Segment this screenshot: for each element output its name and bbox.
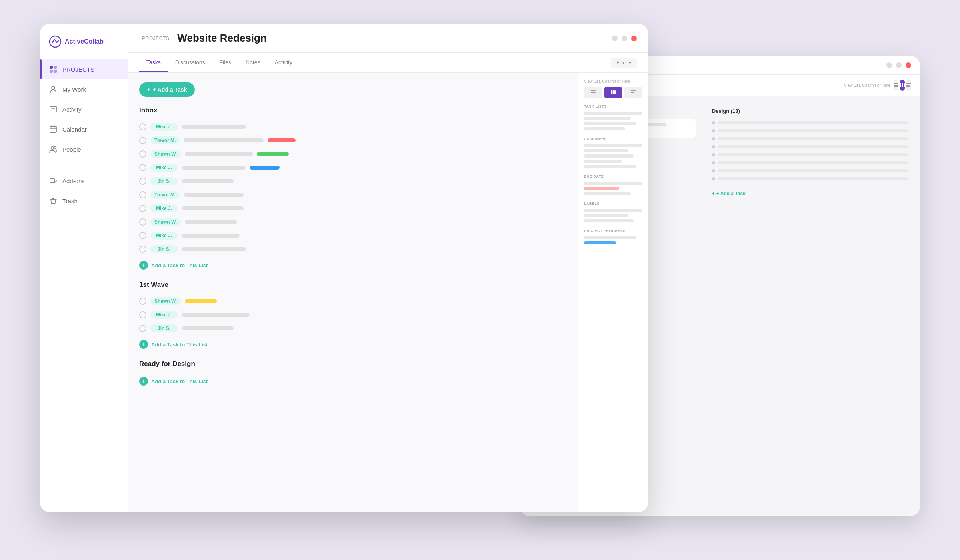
list-view-btn[interactable] xyxy=(894,80,898,91)
column-view-btn[interactable] xyxy=(604,87,622,98)
table-row: Jin S. xyxy=(139,242,567,256)
activity-icon xyxy=(49,105,58,114)
plus-circle-icon: + xyxy=(139,261,148,270)
kanban-list-bar xyxy=(718,153,908,156)
add-to-ready-btn[interactable]: + Add a Task to This List xyxy=(139,374,567,389)
sidebar-item-activity[interactable]: Activity xyxy=(40,99,128,119)
task-checkbox[interactable] xyxy=(139,232,146,239)
tab-tasks[interactable]: Tasks xyxy=(139,53,168,72)
filter-bar xyxy=(584,112,642,115)
table-row: Shawn W. xyxy=(139,294,567,308)
kanban-list-bar xyxy=(718,169,908,172)
tab-files[interactable]: Files xyxy=(212,53,239,72)
svg-point-30 xyxy=(54,147,56,149)
filter-bar xyxy=(584,127,625,130)
progress-dot xyxy=(712,145,715,148)
svg-rect-6 xyxy=(906,83,911,84)
view-label: View List, Column or Time xyxy=(584,79,642,84)
task-assignee: Shawn W. xyxy=(150,150,181,158)
kanban-list-bar xyxy=(718,121,908,124)
svg-rect-27 xyxy=(50,106,56,112)
tabs-bar: Tasks Discussions Files Notes Activity xyxy=(128,53,648,73)
sidebar-item-calendar[interactable]: Calendar xyxy=(40,119,128,139)
tab-notes[interactable]: Notes xyxy=(238,53,268,72)
add-task-kanban-2[interactable]: + + Add a Task xyxy=(712,191,908,196)
time-view-btn[interactable] xyxy=(624,87,642,98)
kanban-col-title-2: Design (18) xyxy=(712,108,908,114)
table-row: Mike J. xyxy=(139,120,567,134)
kanban-list-bar xyxy=(718,145,908,148)
plus-icon-main: + xyxy=(147,86,150,93)
win-btn-red[interactable] xyxy=(631,36,637,41)
task-checkbox[interactable] xyxy=(139,178,146,185)
task-checkbox[interactable] xyxy=(139,205,146,212)
task-tag-green xyxy=(257,152,289,156)
filter-bar xyxy=(584,165,636,168)
task-checkbox[interactable] xyxy=(139,298,146,305)
sidebar-item-trash[interactable]: Trash xyxy=(40,191,128,211)
view-buttons xyxy=(584,87,642,98)
first-wave-title: 1st Wave xyxy=(139,281,567,289)
tab-activity[interactable]: Activity xyxy=(268,53,300,72)
task-checkbox[interactable] xyxy=(139,191,146,198)
add-to-wave-btn[interactable]: + Add a Task to This List xyxy=(139,337,567,352)
trash-icon xyxy=(49,196,58,205)
svg-rect-32 xyxy=(591,90,596,91)
task-checkbox[interactable] xyxy=(139,164,146,171)
task-checkbox[interactable] xyxy=(139,246,146,253)
tab-discussions[interactable]: Discussions xyxy=(168,53,212,72)
first-wave-section: 1st Wave Shawn W. Mike J. xyxy=(139,281,567,352)
list-row xyxy=(712,159,908,167)
table-row: Trevor M. xyxy=(139,188,567,202)
task-bar xyxy=(182,247,246,251)
svg-rect-39 xyxy=(631,92,634,93)
logo-text: ActiveCollab xyxy=(65,38,104,45)
task-checkbox[interactable] xyxy=(139,311,146,318)
sidebar-label-activity: Activity xyxy=(62,106,82,113)
task-checkbox[interactable] xyxy=(139,150,146,158)
win-btn-2[interactable] xyxy=(622,36,627,41)
svg-rect-0 xyxy=(894,83,898,84)
sidebar-item-addons[interactable]: Add-ons xyxy=(40,171,128,191)
table-row: Mike J. xyxy=(139,229,567,242)
task-checkbox[interactable] xyxy=(139,137,146,144)
task-checkbox[interactable] xyxy=(139,123,146,130)
add-to-ready-label: Add a Task to This List xyxy=(151,378,208,384)
svg-point-26 xyxy=(52,86,55,90)
task-checkbox[interactable] xyxy=(139,218,146,226)
filter-title-duedate: DUE DATE xyxy=(584,174,642,178)
list-view-btn[interactable] xyxy=(584,87,602,98)
table-row: Trevor M. xyxy=(139,134,567,147)
time-view-btn[interactable] xyxy=(906,80,911,91)
filter-title-tasklists: TASK LISTS xyxy=(584,104,642,108)
task-bar xyxy=(184,193,244,197)
task-assignee: Mike J. xyxy=(150,232,178,240)
sidebar-item-my-work[interactable]: My Work xyxy=(40,79,128,99)
second-win-btn-2[interactable] xyxy=(896,62,902,68)
task-bar xyxy=(182,326,234,330)
column-view-btn[interactable] xyxy=(900,80,905,91)
plus-icon-2: + xyxy=(712,191,715,196)
kanban-list-bar xyxy=(718,161,908,164)
win-btn-1[interactable] xyxy=(612,36,618,41)
svg-rect-28 xyxy=(50,126,56,132)
svg-rect-22 xyxy=(50,66,53,69)
kanban-list-bar xyxy=(718,177,908,180)
add-task-button[interactable]: + + Add a Task xyxy=(139,82,195,97)
add-to-inbox-btn[interactable]: + Add a Task to This List xyxy=(139,258,567,273)
sidebar-item-projects[interactable]: PROJECTS xyxy=(40,59,128,79)
sidebar-label-trash: Trash xyxy=(62,198,78,204)
task-assignee: Shawn W. xyxy=(150,297,181,305)
filter-dropdown[interactable]: Filter ▾ xyxy=(611,58,637,68)
sidebar-item-people[interactable]: People xyxy=(40,139,128,159)
column-view-icon xyxy=(611,90,616,94)
table-row: Jin S. xyxy=(139,174,567,188)
second-win-btn-red[interactable] xyxy=(906,62,911,68)
svg-rect-2 xyxy=(894,86,898,87)
second-win-btn-1[interactable] xyxy=(886,62,892,68)
kanban-list-bar xyxy=(718,137,908,140)
table-row: Mike J. xyxy=(139,161,567,174)
time-icon xyxy=(906,83,911,87)
task-checkbox[interactable] xyxy=(139,325,146,332)
add-to-inbox-label: Add a Task to This List xyxy=(151,262,208,268)
